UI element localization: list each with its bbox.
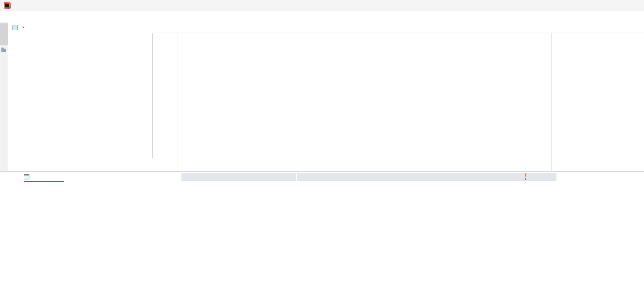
- run-panel-header: [0, 172, 644, 182]
- run-toolbar-inner: [19, 182, 31, 289]
- chevron-down-icon[interactable]: [22, 27, 25, 28]
- gutter-separator: [178, 33, 178, 171]
- project-tool-window: [8, 22, 155, 171]
- scroll-mark-orange: [525, 173, 526, 177]
- project-view-icon: [12, 25, 18, 30]
- band-divider: [296, 173, 297, 181]
- run-panel-body: [0, 182, 644, 289]
- run-tool-window: [0, 171, 644, 289]
- editor-tab-bar: [155, 22, 644, 33]
- code-editor[interactable]: [155, 33, 644, 171]
- tool-stripe-project-button[interactable]: [0, 23, 8, 45]
- ide-window: [0, 0, 644, 289]
- run-toolbar-outer: [8, 182, 19, 289]
- tree-scrollbar[interactable]: [152, 33, 153, 158]
- scroll-mark-slate: [525, 178, 526, 180]
- run-tab-demo08[interactable]: [24, 172, 34, 182]
- navigation-bar: [0, 11, 644, 22]
- intellij-logo-icon: [4, 2, 11, 9]
- title-bar: [0, 0, 644, 11]
- console-icon: [24, 174, 29, 179]
- project-tree: [8, 33, 155, 171]
- editor-area: [155, 22, 644, 171]
- project-panel-header: [8, 22, 155, 33]
- header-band: [181, 173, 556, 181]
- console-output[interactable]: [30, 182, 644, 289]
- folder-icon[interactable]: [1, 49, 6, 52]
- right-margin-guide: [551, 33, 552, 171]
